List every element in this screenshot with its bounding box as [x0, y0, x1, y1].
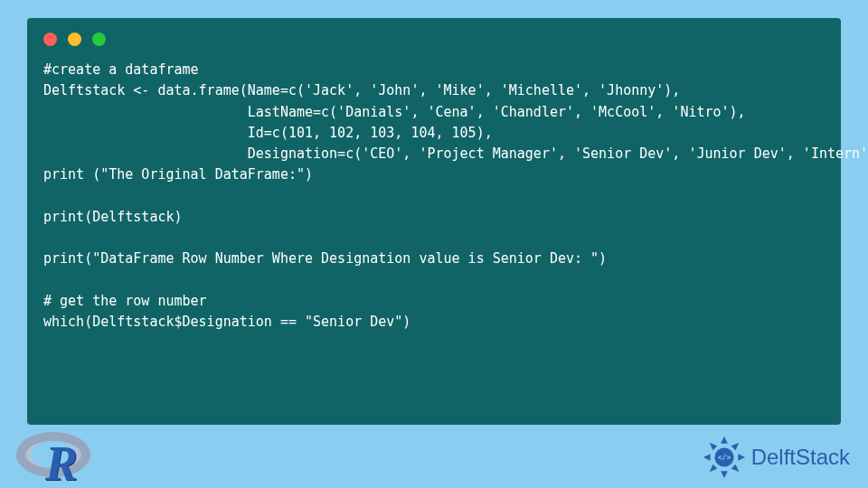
svg-marker-1 [721, 436, 728, 444]
code-line: print("DataFrame Row Number Where Design… [43, 250, 607, 267]
code-block: #create a dataframe Delftstack <- data.f… [43, 60, 825, 333]
svg-marker-2 [721, 471, 728, 478]
code-line: #create a dataframe [43, 61, 199, 78]
svg-marker-7 [709, 465, 717, 473]
close-dot-icon [43, 33, 57, 46]
delftstack-mandala-icon: </> [703, 436, 746, 479]
code-line: Id=c(101, 102, 103, 104, 105), [43, 125, 493, 141]
r-language-logo: R [16, 430, 96, 484]
maximize-dot-icon [92, 33, 106, 46]
delftstack-label: DelftStack [751, 445, 850, 470]
r-logo-glyph: R [45, 436, 78, 488]
code-line: Designation=c('CEO', 'Project Manager', … [43, 145, 868, 162]
svg-marker-4 [738, 454, 745, 461]
svg-marker-6 [731, 443, 739, 451]
svg-marker-3 [703, 454, 711, 461]
code-window: #create a dataframe Delftstack <- data.f… [27, 18, 841, 425]
svg-marker-8 [731, 465, 739, 473]
window-titlebar [43, 29, 825, 49]
code-line: Delftstack <- data.frame(Name=c('Jack', … [43, 82, 680, 99]
code-line: which(Delftstack$Designation == "Senior … [43, 314, 410, 330]
code-line: print(Delftstack) [43, 209, 183, 225]
code-line: LastName=c('Danials', 'Cena', 'Chandler'… [43, 104, 746, 120]
mandala-code-icon: </> [717, 453, 731, 462]
code-line: print ("The Original DataFrame:") [43, 166, 313, 183]
minimize-dot-icon [68, 33, 81, 46]
delftstack-logo: </> DelftStack [703, 436, 850, 479]
svg-marker-5 [709, 443, 717, 451]
code-line: # get the row number [43, 293, 207, 309]
